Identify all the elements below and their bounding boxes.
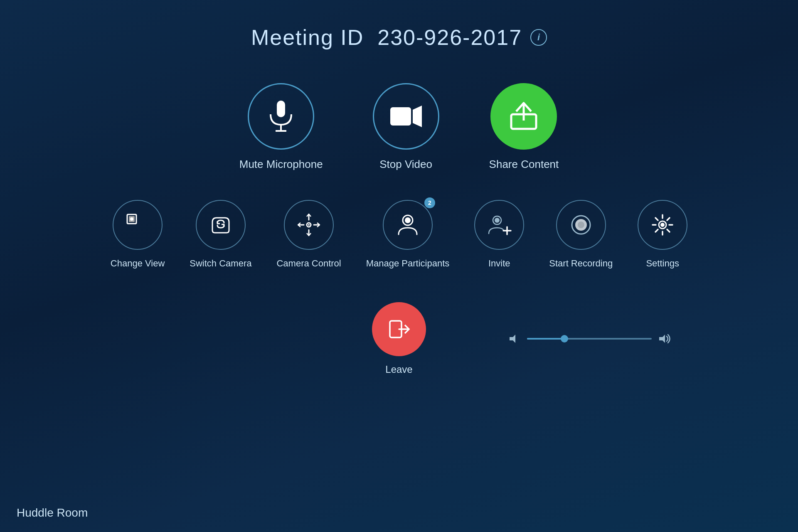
secondary-controls: Change View Switch Camera [0,200,798,269]
change-view-label: Change View [111,258,165,269]
start-recording-label: Start Recording [549,258,613,269]
volume-control [509,333,673,345]
switch-camera-label: Switch Camera [190,258,251,269]
record-icon [569,212,594,237]
mute-microphone-label: Mute Microphone [239,158,323,171]
settings-button[interactable]: Settings [638,200,687,269]
mute-microphone-circle[interactable] [248,83,314,150]
manage-participants-button[interactable]: 2 Manage Participants [366,200,450,269]
invite-label: Invite [488,258,510,269]
volume-slider[interactable] [527,338,652,340]
meeting-id: Meeting ID 230-926-2017 [251,25,522,50]
svg-point-24 [578,222,584,228]
start-recording-circle[interactable] [556,200,606,250]
room-name: Huddle Room [17,506,88,520]
svg-line-34 [655,229,658,232]
invite-button[interactable]: Invite [474,200,524,269]
svg-point-17 [405,217,411,223]
share-content-label: Share Content [489,158,559,171]
volume-loud-icon [658,333,673,345]
leave-button[interactable] [372,302,426,356]
svg-point-19 [495,218,500,223]
microphone-icon [266,100,296,133]
svg-point-26 [660,223,665,227]
settings-circle[interactable] [638,200,687,250]
share-content-circle[interactable] [490,83,557,150]
svg-line-32 [667,229,670,232]
stop-video-circle[interactable] [373,83,439,150]
svg-marker-38 [659,335,665,343]
stop-video-button[interactable]: Stop Video [373,83,439,171]
info-button[interactable]: i [530,29,547,46]
change-view-button[interactable]: Change View [111,200,165,269]
video-icon [389,104,423,129]
participants-icon [395,213,420,237]
header: Meeting ID 230-926-2017 i [0,0,798,50]
share-icon [507,100,540,133]
stop-video-label: Stop Video [379,158,432,171]
start-recording-button[interactable]: Start Recording [549,200,613,269]
participants-badge: 2 [424,197,435,208]
manage-participants-circle[interactable]: 2 [383,200,433,250]
camera-control-button[interactable]: Camera Control [276,200,341,269]
svg-marker-37 [510,335,515,343]
share-content-button[interactable]: Share Content [489,83,559,171]
switch-camera-icon [208,214,233,235]
camera-control-icon [296,212,321,237]
bottom-section: Leave [0,302,798,375]
svg-line-31 [655,218,658,220]
meeting-id-value: 230-926-2017 [377,25,522,49]
invite-circle[interactable] [474,200,524,250]
volume-mute-icon [509,333,520,345]
svg-rect-3 [390,107,411,126]
invite-icon [486,213,512,237]
leave-icon [387,317,411,342]
meeting-id-label: Meeting ID [251,25,364,49]
settings-icon [650,212,675,237]
leave-button-container[interactable]: Leave [372,302,426,375]
switch-camera-button[interactable]: Switch Camera [190,200,251,269]
change-view-icon [126,214,149,236]
camera-control-circle[interactable] [284,200,334,250]
camera-control-label: Camera Control [276,258,341,269]
mute-microphone-button[interactable]: Mute Microphone [239,83,323,171]
svg-point-15 [308,224,310,226]
settings-label: Settings [646,258,679,269]
main-controls: Mute Microphone Stop Video Share Content [0,83,798,171]
slider-thumb[interactable] [561,335,568,342]
svg-line-33 [667,218,670,220]
slider-track[interactable] [527,338,652,340]
svg-rect-0 [277,101,285,117]
change-view-circle[interactable] [113,200,163,250]
manage-participants-label: Manage Participants [366,258,450,269]
switch-camera-circle[interactable] [196,200,246,250]
leave-label: Leave [385,364,412,375]
svg-marker-4 [413,106,422,127]
slider-fill [527,338,564,340]
